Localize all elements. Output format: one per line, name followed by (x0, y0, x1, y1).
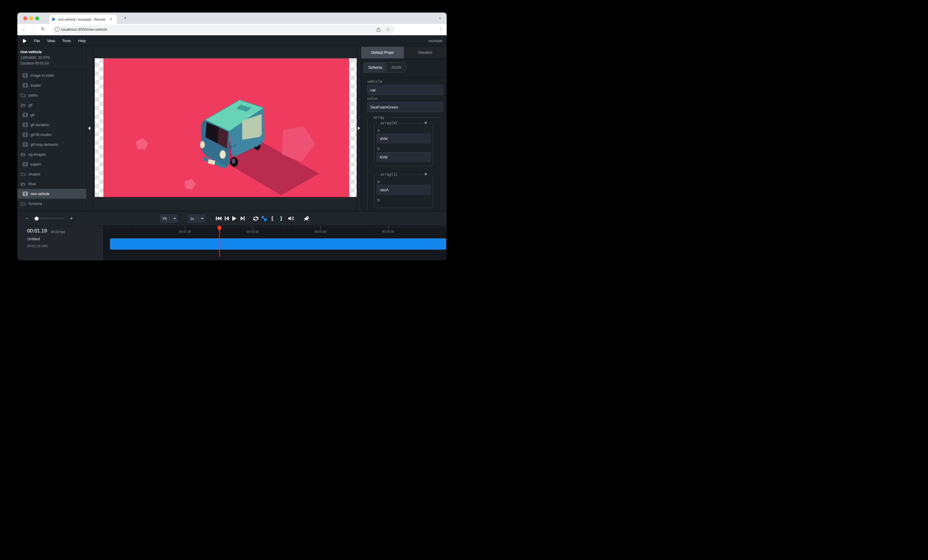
remove-item-icon[interactable]: ✕ (423, 172, 429, 176)
remotion-favicon-icon (52, 17, 56, 21)
tab-close-icon[interactable]: ✕ (110, 17, 112, 21)
skip-to-start-button[interactable] (215, 211, 222, 225)
sidebar-item-label: expert (31, 162, 41, 166)
desktop-background: rive-vehicle / example - Remoti ✕ + ⌄ ← … (0, 0, 464, 280)
sidebar-folder-shapes[interactable]: shapes (17, 169, 86, 179)
sidebar-item-label: gif-duration (31, 123, 49, 127)
vehicle-input[interactable]: car (367, 85, 443, 95)
collapse-right-icon[interactable] (358, 126, 360, 130)
color-input[interactable]: SeaFoamGreen (367, 102, 443, 112)
tab-search-chevron-icon[interactable]: ⌄ (439, 15, 442, 20)
fit-select[interactable]: Fit (159, 214, 179, 224)
transparency-checkerboard-toggle[interactable] (261, 211, 267, 225)
a-input[interactable]: secA (377, 185, 430, 195)
tab-default-props[interactable]: Default Props (361, 47, 404, 59)
zoom-slider[interactable] (33, 218, 64, 219)
ruler-label: 00:01.00 (179, 230, 191, 233)
timeline-info-panel: 00:01.19 49 (30 fps) Untitled 00:01.19 (… (17, 226, 104, 260)
sidebar-item-gif-fill-modes[interactable]: gif-fill-modes (17, 130, 86, 140)
loop-toggle-button[interactable] (252, 211, 259, 225)
reload-icon[interactable]: ↻ (40, 26, 46, 32)
timeline-track-bar[interactable] (110, 239, 446, 250)
film-icon (23, 73, 28, 78)
previous-frame-button[interactable] (224, 211, 229, 225)
next-frame-button[interactable] (240, 211, 245, 225)
sidebar-item-loader[interactable]: loader (17, 81, 86, 90)
sidebar-item-rive-vehicle[interactable]: rive-vehicle (17, 189, 86, 199)
new-tab-button[interactable]: + (122, 15, 129, 21)
render-rocket-button[interactable] (303, 211, 310, 225)
timeline-ruler[interactable] (105, 226, 447, 228)
close-window-button[interactable] (23, 17, 27, 20)
set-out-point-button[interactable]: ] (279, 211, 284, 225)
tab-renders[interactable]: Renders (404, 47, 447, 59)
play-button[interactable] (232, 211, 237, 225)
browser-tab-strip: rive-vehicle / example - Remoti ✕ + ⌄ (17, 12, 447, 24)
menu-help[interactable]: Help (78, 39, 86, 43)
sidebar-item-gif[interactable]: gif (17, 110, 86, 120)
chevron-down-icon (173, 218, 176, 219)
sidebar-folder-rive[interactable]: Rive (17, 179, 86, 189)
menu-view[interactable]: View (47, 39, 55, 43)
a-input[interactable]: aVal (377, 134, 430, 143)
ruler-label: 00:03.00 (314, 230, 327, 233)
schema-json-toggle: Schema JSON (363, 62, 406, 73)
bookmark-star-icon[interactable]: ☆ (386, 27, 390, 32)
back-icon[interactable]: ← (20, 26, 27, 31)
zoom-slider-knob[interactable] (35, 217, 38, 221)
browser-tab[interactable]: rive-vehicle / example - Remoti ✕ (49, 15, 117, 24)
current-frame-info: 49 (30 fps) (51, 230, 65, 234)
sidebar-item-label: gif-fill-modes (31, 133, 52, 137)
browser-toolbar: ← → ↻ i localhost:3000/rive-vehicle ☆ ⋮ (17, 24, 447, 35)
sidebar-folder-schema[interactable]: Schema (17, 199, 86, 208)
sidebar-folder-gif[interactable]: gif (17, 100, 86, 110)
minimize-window-button[interactable] (29, 17, 33, 20)
sidebar-folder-og-images[interactable]: og-images (17, 149, 86, 159)
sidebar-item-label: image-in-lottie (31, 73, 54, 78)
remove-item-icon[interactable]: ✕ (423, 121, 429, 125)
array-item-0: array[0] ✕ a aVal b bVal (374, 123, 433, 166)
playback-speed-select[interactable]: 1x (187, 214, 206, 224)
speed-select-value: 1x (190, 217, 194, 221)
panel-collapse-gutter[interactable] (357, 47, 361, 211)
folder-open-icon (21, 103, 26, 107)
zoom-out-icon[interactable]: − (26, 216, 28, 221)
ruler-major-tick (253, 226, 253, 230)
site-info-icon[interactable]: i (55, 27, 60, 32)
browser-menu-icon[interactable]: ⋮ (439, 26, 443, 32)
track-duration: 00:01.19 (49) (27, 244, 47, 248)
sidebar-item-gif-loop-behavior[interactable]: gif-loop-behavior (17, 140, 86, 149)
sidebar-item-expert[interactable]: expert (17, 159, 86, 169)
collapse-left-icon[interactable] (88, 126, 90, 130)
set-in-point-button[interactable]: [ (270, 211, 275, 225)
film-icon (23, 142, 28, 147)
sidebar-item-gif-duration[interactable]: gif-duration (17, 120, 86, 130)
browser-window: rive-vehicle / example - Remoti ✕ + ⌄ ← … (17, 12, 447, 260)
maximize-window-button[interactable] (35, 17, 39, 20)
folder-open-icon (21, 182, 26, 186)
menu-tools[interactable]: Tools (62, 39, 71, 43)
toggle-json[interactable]: JSON (386, 63, 405, 72)
forward-icon[interactable]: → (30, 26, 37, 31)
track-name: Untitled (27, 237, 40, 241)
toggle-schema[interactable]: Schema (364, 63, 386, 72)
vehicle-field-label: vehicle (367, 79, 447, 84)
menu-file[interactable]: File (34, 39, 40, 43)
film-icon (23, 162, 28, 166)
sidebar-item-label: shapes (28, 172, 40, 176)
ruler-label: 00:02.00 (247, 230, 259, 233)
playhead-handle[interactable] (217, 226, 221, 233)
b-input[interactable]: bVal (377, 152, 430, 162)
sidebar-collapse-gutter[interactable] (87, 47, 93, 211)
fit-select-value: Fit (163, 217, 166, 221)
address-bar[interactable]: i localhost:3000/rive-vehicle ☆ (52, 25, 395, 34)
sidebar-folder-paths[interactable]: paths (17, 90, 86, 100)
composition-canvas[interactable] (95, 58, 357, 197)
b-field-label: b (377, 147, 430, 151)
zoom-in-icon[interactable]: + (70, 216, 73, 221)
playback-toolbar: − + Fit 1x [ ] (17, 211, 447, 225)
remotion-logo-icon[interactable] (23, 39, 27, 43)
mute-toggle-button[interactable] (288, 211, 294, 225)
sidebar-item-image-in-lottie[interactable]: image-in-lottie (17, 70, 86, 81)
share-icon[interactable] (376, 27, 381, 32)
